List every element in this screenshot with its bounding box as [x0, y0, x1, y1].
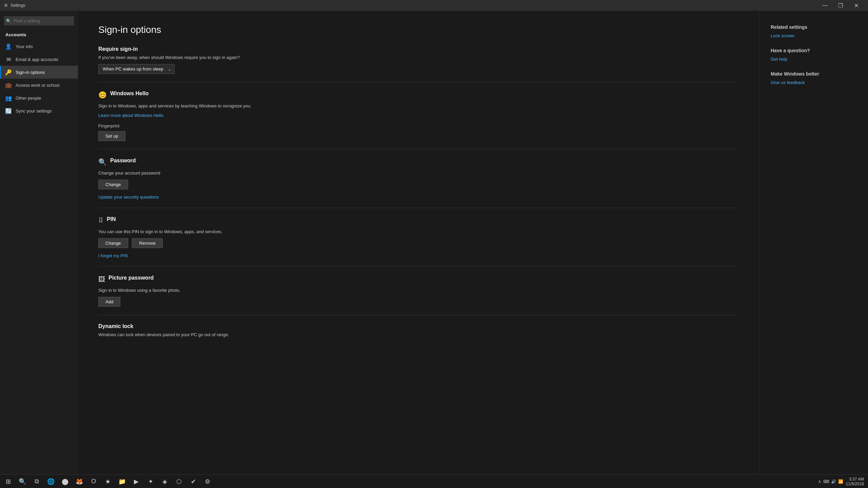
sidebar: 🔍 Accounts 👤 Your info ✉ Email & app acc… — [0, 11, 78, 474]
picture-password-title-row: 🖼 Picture password — [98, 275, 739, 284]
update-security-link[interactable]: Update your security questions — [98, 195, 159, 200]
chrome-icon[interactable]: ⬤ — [58, 475, 72, 488]
picture-password-icon: 🖼 — [98, 276, 105, 283]
windows-hello-heading: Windows Hello — [110, 90, 149, 97]
fingerprint-label: Fingerprint — [98, 123, 739, 128]
start-button[interactable]: ⊞ — [1, 475, 15, 488]
maximize-button[interactable]: ❐ — [833, 0, 848, 11]
have-question-title: Have a question? — [771, 48, 857, 53]
picture-password-desc: Sign in to Windows using a favorite phot… — [98, 288, 739, 293]
opera-icon[interactable]: O — [87, 475, 100, 488]
search-input[interactable] — [4, 16, 74, 25]
sidebar-item-other-people[interactable]: 👥 Other people — [0, 92, 78, 104]
password-desc: Change your account password — [98, 170, 739, 176]
require-signin-dropdown[interactable]: Never When PC wakes up from sleep — [98, 64, 175, 74]
search-box[interactable]: 🔍 — [4, 16, 74, 25]
main-content: Sign-in options Require sign-in If you'v… — [78, 11, 760, 474]
keyboard-icon: ⌨ — [823, 479, 829, 484]
app9-icon[interactable]: ⬡ — [172, 475, 186, 488]
sidebar-item-label: Email & app accounts — [16, 57, 58, 62]
email-icon: ✉ — [5, 56, 12, 62]
sidebar-item-label: Sync your settings — [16, 108, 52, 114]
task-view-button[interactable]: ⧉ — [30, 475, 43, 488]
taskbar: ⊞ 🔍 ⧉ 🌐 ⬤ 🦊 O ★ 📁 ▶ ✦ ◈ ⬡ ✔ ⚙ ∧ ⌨ 🔊 📶 3:… — [0, 474, 868, 488]
sidebar-item-sign-in[interactable]: 🔑 Sign-in options — [0, 66, 78, 79]
sidebar-item-label: Your info — [16, 44, 33, 49]
pin-icon: ⠿ — [98, 217, 103, 225]
work-school-icon: 💼 — [5, 82, 12, 88]
have-question-group: Have a question? Get help — [771, 48, 857, 62]
taskbar-right: ∧ ⌨ 🔊 📶 3:37 AM 11/9/2018 — [818, 477, 867, 486]
lock-screen-link[interactable]: Lock screen — [771, 33, 857, 38]
sidebar-item-your-info[interactable]: 👤 Your info — [0, 40, 78, 53]
search-icon: 🔍 — [6, 19, 11, 23]
make-windows-better-group: Make Windows better Give us feedback — [771, 71, 857, 85]
get-help-link[interactable]: Get help — [771, 57, 857, 62]
sign-in-icon: 🔑 — [5, 69, 12, 75]
settings-taskbar-icon[interactable]: ⚙ — [201, 475, 214, 488]
learn-more-hello-link[interactable]: Learn more about Windows Hello — [98, 113, 163, 118]
password-icon: 🔍 — [98, 158, 107, 166]
windows-hello-icon: 😊 — [98, 91, 107, 99]
require-signin-dropdown-wrap[interactable]: Never When PC wakes up from sleep — [98, 64, 175, 74]
picture-password-heading: Picture password — [108, 275, 154, 281]
title-bar-title: Settings — [11, 3, 25, 8]
app4-icon[interactable]: ★ — [101, 475, 115, 488]
sidebar-section-title: Accounts — [0, 29, 78, 40]
password-change-button[interactable]: Change — [98, 180, 128, 189]
sidebar-item-email-app[interactable]: ✉ Email & app accounts — [0, 53, 78, 66]
app8-icon[interactable]: ◈ — [158, 475, 172, 488]
windows-hello-desc: Sign in to Windows, apps and services by… — [98, 103, 739, 108]
your-info-icon: 👤 — [5, 43, 12, 49]
taskbar-clock[interactable]: 3:37 AM 11/9/2018 — [846, 477, 864, 486]
sidebar-item-sync[interactable]: 🔄 Sync your settings — [0, 104, 78, 117]
dynamic-lock-section: Dynamic lock Windows can lock when devic… — [98, 323, 739, 337]
picture-password-add-button[interactable]: Add — [98, 297, 120, 307]
taskbar-time-display: 3:37 AM — [846, 477, 864, 482]
password-heading: Password — [110, 158, 136, 164]
page-title: Sign-in options — [98, 24, 739, 35]
sidebar-item-label: Access work or school — [16, 83, 59, 88]
minimize-button[interactable]: — — [817, 0, 833, 11]
require-signin-desc: If you've been away, when should Windows… — [98, 55, 739, 60]
volume-icon[interactable]: 🔊 — [831, 479, 836, 484]
close-button[interactable]: ✕ — [848, 0, 864, 11]
app-container: 🔍 Accounts 👤 Your info ✉ Email & app acc… — [0, 11, 868, 474]
windows-hello-title-row: 😊 Windows Hello — [98, 90, 739, 99]
windows-hello-section: 😊 Windows Hello Sign in to Windows, apps… — [98, 90, 739, 141]
password-section: 🔍 Password Change your account password … — [98, 158, 739, 200]
taskbar-tray: ∧ ⌨ 🔊 📶 — [818, 479, 843, 484]
sidebar-item-work-school[interactable]: 💼 Access work or school — [0, 79, 78, 92]
pin-change-button[interactable]: Change — [98, 238, 128, 248]
sidebar-item-label: Sign-in options — [16, 70, 45, 75]
pin-remove-button[interactable]: Remove — [132, 238, 162, 248]
app5-icon[interactable]: 📁 — [115, 475, 129, 488]
dynamic-lock-heading: Dynamic lock — [98, 323, 739, 329]
fingerprint-setup-button[interactable]: Set up — [98, 131, 125, 141]
firefox-icon[interactable]: 🦊 — [73, 475, 86, 488]
pin-desc: You can use this PIN to sign in to Windo… — [98, 229, 739, 234]
password-title-row: 🔍 Password — [98, 158, 739, 166]
forgot-pin-link[interactable]: I forgot my PIN — [98, 253, 128, 258]
network-icon[interactable]: 📶 — [838, 479, 843, 484]
dynamic-lock-desc: Windows can lock when devices paired to … — [98, 332, 739, 337]
sidebar-item-label: Other people — [16, 96, 41, 101]
pin-section: ⠿ PIN You can use this PIN to sign in to… — [98, 216, 739, 258]
edge-icon[interactable]: 🌐 — [44, 475, 58, 488]
require-signin-section: Require sign-in If you've been away, whe… — [98, 46, 739, 74]
other-people-icon: 👥 — [5, 95, 12, 101]
give-feedback-link[interactable]: Give us feedback — [771, 80, 857, 85]
title-bar-left: ⚙ Settings — [4, 3, 25, 8]
pin-title-row: ⠿ PIN — [98, 216, 739, 225]
taskbar-date-display: 11/9/2018 — [846, 482, 864, 486]
chevron-icon[interactable]: ∧ — [818, 479, 821, 484]
sync-icon: 🔄 — [5, 108, 12, 114]
right-panel: Related settings Lock screen Have a ques… — [760, 11, 868, 474]
app7-icon[interactable]: ✦ — [144, 475, 157, 488]
search-taskbar-button[interactable]: 🔍 — [16, 475, 29, 488]
settings-gear-icon: ⚙ — [4, 3, 8, 8]
title-bar-controls: — ❐ ✕ — [817, 0, 864, 11]
make-windows-better-title: Make Windows better — [771, 71, 857, 77]
app10-icon[interactable]: ✔ — [186, 475, 200, 488]
app6-icon[interactable]: ▶ — [130, 475, 143, 488]
